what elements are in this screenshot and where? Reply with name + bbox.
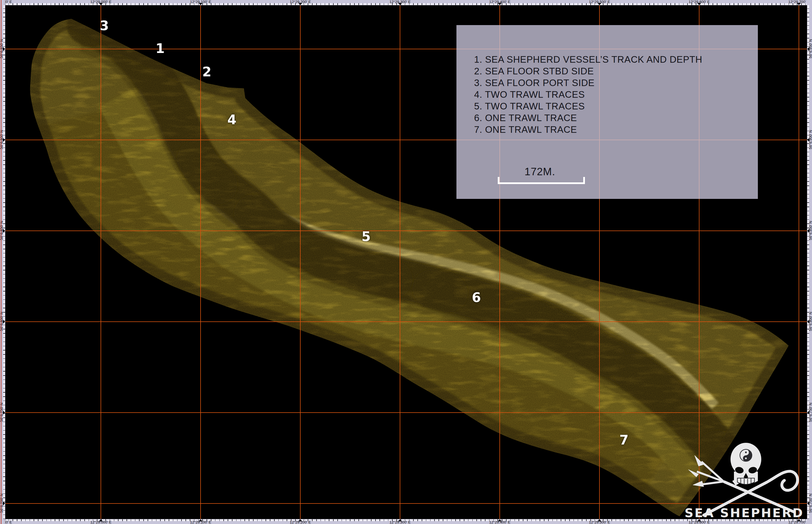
annotation-2: 2	[202, 64, 211, 80]
skull-icon	[730, 443, 761, 485]
annotation-7: 7	[619, 432, 629, 448]
ruler-corner	[807, 519, 812, 524]
annotation-3: 3	[100, 18, 109, 33]
ruler-label: 0' E	[6, 521, 12, 524]
legend-item-3: 3. SEA FLOOR PORT SIDE	[474, 77, 595, 88]
scale-label: 172M.	[506, 166, 574, 178]
left-edge-gridline	[1, 0, 1, 524]
ruler-left-ticks	[3, 0, 5, 524]
annotation-6: 6	[472, 290, 481, 305]
legend-item-5: 5. TWO TRAWL TRACES	[474, 100, 585, 112]
legend-item-1: 1. SEA SHEPHERD VESSEL’S TRACK AND DEPTH	[474, 53, 702, 65]
legend-item-7: 7. ONE TRAWL TRACE	[474, 124, 577, 135]
scale-bar	[498, 182, 585, 184]
annotation-1: 1	[155, 41, 165, 56]
annotation-4: 4	[227, 112, 236, 127]
legend-item-2: 2. SEA FLOOR STBD SIDE	[474, 65, 594, 77]
scale-bar-left-tick	[498, 177, 499, 184]
ruler-label: 0' E	[6, 0, 12, 4]
ruler-top: 0' E 12°29.000' E 12°29.100' E 12°29.200…	[0, 0, 812, 5]
ruler-corner	[807, 0, 812, 5]
annotation-5: 5	[362, 229, 371, 244]
legend-item-4: 4. TWO TRAWL TRACES	[474, 88, 585, 100]
ruler-right: 56°6.950' N 56°6.900' N 56°6.850' N 56°6…	[807, 0, 812, 524]
scale-bar-right-tick	[583, 177, 585, 184]
legend-item-6: 6. ONE TRAWL TRACE	[474, 112, 577, 124]
ruler-right-ticks	[807, 0, 809, 524]
sonar-map-view: 1 2 3 4 5 6 7	[0, 0, 812, 524]
ruler-bottom: 0' E 12°29.000' E 12°29.100' E 12°29.200…	[0, 519, 812, 524]
legend-panel: 1. SEA SHEPHERD VESSEL’S TRACK AND DEPTH…	[457, 25, 758, 199]
logo-wordmark: SEA SHEPHERD	[685, 506, 804, 520]
